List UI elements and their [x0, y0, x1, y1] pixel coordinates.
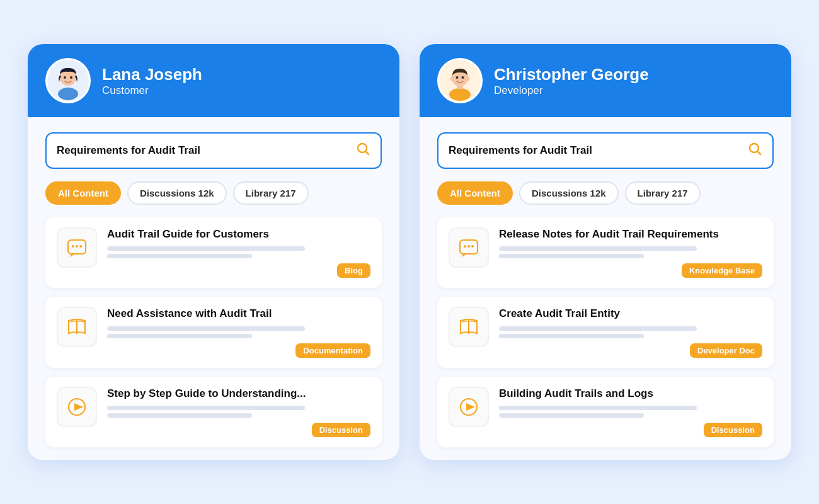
left-user-name: Lana Joseph — [102, 65, 202, 84]
right-result-3-tag: Discussion — [704, 423, 762, 437]
bar — [107, 254, 252, 258]
right-filter-discussions[interactable]: Discussions 12k — [519, 181, 619, 205]
left-result-2-title: Need Assistance with Audit Trail — [107, 307, 370, 321]
left-result-1-tag: Blog — [337, 263, 370, 278]
right-result-2-footer: Developer Doc — [499, 343, 762, 358]
left-result-2-tag: Documentation — [295, 343, 370, 358]
right-filter-row: All Content Discussions 12k Library 217 — [437, 181, 774, 205]
bar — [107, 326, 305, 331]
left-results-list: Audit Trail Guide for Customers Blog — [45, 217, 382, 447]
bar — [499, 326, 697, 331]
right-result-3-icon-box — [449, 387, 489, 427]
bar — [499, 413, 644, 418]
left-search-bar[interactable]: Requirements for Audit Trail — [45, 132, 382, 169]
right-user-name: Christopher George — [494, 65, 649, 84]
left-result-3-tag: Discussion — [312, 423, 370, 437]
right-result-1-icon-box — [449, 227, 489, 268]
left-user-info: Lana Joseph Customer — [102, 65, 202, 97]
right-result-1-tag: Knowledge Base — [682, 263, 762, 278]
left-result-1-content: Audit Trail Guide for Customers Blog — [107, 227, 370, 278]
right-avatar — [437, 58, 483, 103]
svg-point-27 — [471, 245, 474, 248]
right-result-1-title: Release Notes for Audit Trail Requiremen… — [499, 227, 762, 241]
svg-point-8 — [72, 245, 74, 248]
right-result-1-content: Release Notes for Audit Trail Requiremen… — [499, 227, 762, 278]
left-result-2[interactable]: Need Assistance with Audit Trail Documen… — [45, 297, 382, 367]
left-result-3-footer: Discussion — [107, 423, 370, 437]
right-result-3-bars — [499, 406, 762, 418]
left-result-1-icon-box — [57, 227, 97, 268]
svg-point-26 — [467, 245, 470, 248]
right-result-1-bars — [499, 246, 762, 258]
right-filter-library[interactable]: Library 217 — [625, 181, 701, 205]
svg-line-6 — [366, 152, 369, 155]
left-result-3-content: Step by Step Guide to Understanding... D… — [107, 387, 370, 437]
svg-point-10 — [79, 245, 82, 248]
left-filter-all[interactable]: All Content — [45, 181, 121, 205]
svg-point-25 — [464, 245, 466, 248]
left-result-3-title: Step by Step Guide to Understanding... — [107, 387, 370, 401]
bar — [107, 406, 305, 410]
svg-marker-13 — [74, 403, 83, 411]
right-search-icon[interactable] — [747, 141, 762, 160]
left-result-2-footer: Documentation — [107, 343, 370, 358]
svg-point-20 — [450, 77, 454, 81]
left-card-header: Lana Joseph Customer — [28, 44, 399, 117]
right-result-2-tag: Developer Doc — [690, 343, 762, 358]
right-result-1[interactable]: Release Notes for Audit Trail Requiremen… — [437, 217, 774, 288]
right-result-2[interactable]: Create Audit Trail Entity Developer Doc — [437, 297, 774, 367]
left-search-text: Requirements for Audit Trail — [57, 144, 355, 157]
right-result-2-title: Create Audit Trail Entity — [499, 307, 762, 321]
right-result-1-footer: Knowledge Base — [499, 263, 762, 278]
right-result-2-icon-box — [449, 307, 489, 347]
left-filter-discussions[interactable]: Discussions 12k — [127, 181, 227, 205]
left-search-icon[interactable] — [355, 141, 370, 160]
right-result-3-footer: Discussion — [499, 423, 762, 437]
left-filter-library[interactable]: Library 217 — [233, 181, 309, 205]
right-search-bar[interactable]: Requirements for Audit Trail — [437, 132, 774, 169]
left-result-2-content: Need Assistance with Audit Trail Documen… — [107, 307, 370, 357]
left-result-1[interactable]: Audit Trail Guide for Customers Blog — [45, 217, 382, 288]
svg-point-19 — [462, 76, 464, 79]
svg-point-4 — [70, 76, 72, 79]
left-card-body: Requirements for Audit Trail All Content… — [28, 117, 399, 459]
right-result-3[interactable]: Building Audit Trails and Logs Discussio… — [437, 377, 774, 447]
bar — [107, 246, 305, 251]
main-container: Lana Joseph Customer Requirements for Au… — [3, 19, 816, 484]
right-user-role: Developer — [494, 84, 649, 97]
left-result-1-title: Audit Trail Guide for Customers — [107, 227, 370, 241]
svg-point-18 — [456, 76, 459, 79]
svg-point-9 — [76, 245, 78, 248]
left-avatar — [45, 58, 91, 103]
bar — [107, 334, 252, 338]
bar — [499, 334, 644, 338]
right-filter-all[interactable]: All Content — [437, 181, 513, 205]
svg-line-23 — [758, 152, 761, 155]
left-result-1-footer: Blog — [107, 263, 370, 278]
left-result-3[interactable]: Step by Step Guide to Understanding... D… — [45, 377, 382, 447]
svg-marker-30 — [466, 403, 475, 411]
right-result-3-content: Building Audit Trails and Logs Discussio… — [499, 387, 762, 437]
right-result-2-bars — [499, 326, 762, 338]
left-card: Lana Joseph Customer Requirements for Au… — [28, 44, 399, 459]
right-user-info: Christopher George Developer — [494, 65, 649, 97]
left-result-1-bars — [107, 246, 370, 258]
right-result-3-title: Building Audit Trails and Logs — [499, 387, 762, 401]
left-result-2-bars — [107, 326, 370, 338]
right-result-2-content: Create Audit Trail Entity Developer Doc — [499, 307, 762, 357]
bar — [499, 246, 697, 251]
left-result-2-icon-box — [57, 307, 97, 347]
svg-point-3 — [64, 76, 66, 79]
svg-point-15 — [449, 88, 471, 101]
left-user-role: Customer — [102, 84, 202, 97]
svg-point-1 — [58, 88, 78, 100]
right-search-text: Requirements for Audit Trail — [449, 144, 747, 157]
right-card-header: Christopher George Developer — [420, 44, 791, 117]
bar — [499, 406, 697, 410]
bar — [107, 413, 252, 418]
bar — [499, 254, 644, 258]
right-card-body: Requirements for Audit Trail All Content… — [420, 117, 791, 459]
left-result-3-icon-box — [57, 387, 97, 427]
right-card: Christopher George Developer Requirement… — [420, 44, 791, 459]
right-results-list: Release Notes for Audit Trail Requiremen… — [437, 217, 774, 447]
